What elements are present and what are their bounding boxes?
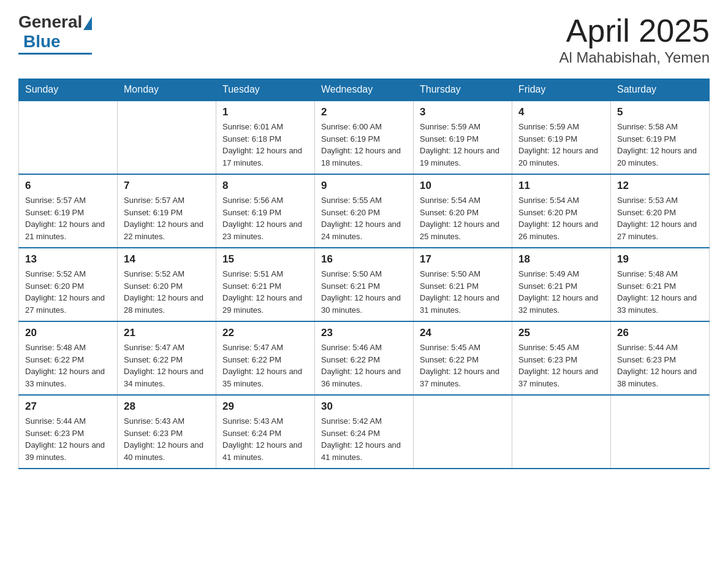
- page-subtitle: Al Mahabishah, Yemen: [559, 49, 710, 66]
- day-number: 4: [518, 106, 604, 118]
- calendar-cell: 6Sunrise: 5:57 AMSunset: 6:19 PMDaylight…: [19, 174, 118, 248]
- calendar-week-row: 6Sunrise: 5:57 AMSunset: 6:19 PMDaylight…: [19, 174, 710, 248]
- day-number: 2: [321, 106, 407, 118]
- calendar-week-row: 13Sunrise: 5:52 AMSunset: 6:20 PMDayligh…: [19, 248, 710, 321]
- day-number: 20: [25, 327, 111, 339]
- calendar-cell: 23Sunrise: 5:46 AMSunset: 6:22 PMDayligh…: [315, 321, 414, 395]
- calendar-cell: 26Sunrise: 5:44 AMSunset: 6:23 PMDayligh…: [611, 321, 710, 395]
- calendar-cell: [19, 101, 118, 174]
- day-info: Sunrise: 6:01 AMSunset: 6:18 PMDaylight:…: [222, 121, 308, 169]
- calendar-cell: [414, 395, 512, 469]
- day-number: 6: [25, 180, 111, 192]
- page-title: April 2025: [559, 12, 710, 49]
- day-number: 5: [617, 106, 703, 118]
- day-info: Sunrise: 5:47 AMSunset: 6:22 PMDaylight:…: [124, 342, 210, 389]
- logo-general-text: General: [18, 12, 82, 32]
- calendar-cell: 24Sunrise: 5:45 AMSunset: 6:22 PMDayligh…: [414, 321, 512, 395]
- calendar-cell: 2Sunrise: 6:00 AMSunset: 6:19 PMDaylight…: [315, 101, 414, 174]
- calendar-day-header: Saturday: [611, 79, 710, 101]
- day-number: 26: [617, 327, 703, 339]
- day-number: 11: [518, 180, 604, 192]
- day-number: 29: [222, 400, 308, 413]
- day-number: 27: [25, 400, 111, 413]
- day-info: Sunrise: 5:52 AMSunset: 6:20 PMDaylight:…: [124, 268, 210, 316]
- day-info: Sunrise: 5:54 AMSunset: 6:20 PMDaylight:…: [420, 194, 506, 242]
- calendar-cell: [118, 101, 216, 174]
- calendar-body: 1Sunrise: 6:01 AMSunset: 6:18 PMDaylight…: [19, 101, 710, 469]
- calendar-table: SundayMondayTuesdayWednesdayThursdayFrid…: [18, 79, 710, 469]
- calendar-cell: [611, 395, 710, 469]
- day-number: 16: [321, 253, 407, 266]
- day-info: Sunrise: 5:59 AMSunset: 6:19 PMDaylight:…: [420, 121, 506, 169]
- logo-blue-text: Blue: [23, 32, 61, 52]
- day-number: 17: [420, 253, 506, 266]
- calendar-cell: 20Sunrise: 5:48 AMSunset: 6:22 PMDayligh…: [19, 321, 118, 395]
- day-info: Sunrise: 5:48 AMSunset: 6:21 PMDaylight:…: [617, 268, 703, 316]
- day-info: Sunrise: 5:50 AMSunset: 6:21 PMDaylight:…: [321, 268, 407, 316]
- day-info: Sunrise: 5:46 AMSunset: 6:22 PMDaylight:…: [321, 342, 407, 389]
- calendar-cell: 9Sunrise: 5:55 AMSunset: 6:20 PMDaylight…: [315, 174, 414, 248]
- calendar-cell: 25Sunrise: 5:45 AMSunset: 6:23 PMDayligh…: [512, 321, 611, 395]
- calendar-cell: 18Sunrise: 5:49 AMSunset: 6:21 PMDayligh…: [512, 248, 611, 321]
- day-info: Sunrise: 5:50 AMSunset: 6:21 PMDaylight:…: [420, 268, 506, 316]
- calendar-week-row: 20Sunrise: 5:48 AMSunset: 6:22 PMDayligh…: [19, 321, 710, 395]
- calendar-cell: [512, 395, 611, 469]
- day-info: Sunrise: 5:44 AMSunset: 6:23 PMDaylight:…: [617, 342, 703, 389]
- calendar-cell: 12Sunrise: 5:53 AMSunset: 6:20 PMDayligh…: [611, 174, 710, 248]
- calendar-cell: 16Sunrise: 5:50 AMSunset: 6:21 PMDayligh…: [315, 248, 414, 321]
- calendar-cell: 30Sunrise: 5:42 AMSunset: 6:24 PMDayligh…: [315, 395, 414, 469]
- day-number: 19: [617, 253, 703, 266]
- calendar-cell: 19Sunrise: 5:48 AMSunset: 6:21 PMDayligh…: [611, 248, 710, 321]
- day-info: Sunrise: 5:59 AMSunset: 6:19 PMDaylight:…: [518, 121, 604, 169]
- calendar-cell: 28Sunrise: 5:43 AMSunset: 6:23 PMDayligh…: [118, 395, 216, 469]
- day-number: 23: [321, 327, 407, 339]
- calendar-week-row: 1Sunrise: 6:01 AMSunset: 6:18 PMDaylight…: [19, 101, 710, 174]
- logo-triangle-icon: [83, 17, 92, 30]
- day-info: Sunrise: 5:49 AMSunset: 6:21 PMDaylight:…: [518, 268, 604, 316]
- day-info: Sunrise: 5:52 AMSunset: 6:20 PMDaylight:…: [25, 268, 111, 316]
- day-info: Sunrise: 5:56 AMSunset: 6:19 PMDaylight:…: [222, 194, 308, 242]
- day-info: Sunrise: 5:47 AMSunset: 6:22 PMDaylight:…: [222, 342, 308, 389]
- calendar-cell: 13Sunrise: 5:52 AMSunset: 6:20 PMDayligh…: [19, 248, 118, 321]
- day-info: Sunrise: 5:45 AMSunset: 6:22 PMDaylight:…: [420, 342, 506, 389]
- day-info: Sunrise: 5:55 AMSunset: 6:20 PMDaylight:…: [321, 194, 407, 242]
- calendar-cell: 7Sunrise: 5:57 AMSunset: 6:19 PMDaylight…: [118, 174, 216, 248]
- calendar-cell: 22Sunrise: 5:47 AMSunset: 6:22 PMDayligh…: [216, 321, 315, 395]
- title-block: April 2025 Al Mahabishah, Yemen: [559, 12, 710, 66]
- day-number: 7: [124, 180, 210, 192]
- day-number: 15: [222, 253, 308, 266]
- calendar-week-row: 27Sunrise: 5:44 AMSunset: 6:23 PMDayligh…: [19, 395, 710, 469]
- page-header: General Blue April 2025 Al Mahabishah, Y…: [18, 12, 710, 66]
- day-info: Sunrise: 5:53 AMSunset: 6:20 PMDaylight:…: [617, 194, 703, 242]
- calendar-cell: 5Sunrise: 5:58 AMSunset: 6:19 PMDaylight…: [611, 101, 710, 174]
- day-info: Sunrise: 5:43 AMSunset: 6:24 PMDaylight:…: [222, 415, 308, 463]
- calendar-cell: 4Sunrise: 5:59 AMSunset: 6:19 PMDaylight…: [512, 101, 611, 174]
- calendar-cell: 11Sunrise: 5:54 AMSunset: 6:20 PMDayligh…: [512, 174, 611, 248]
- calendar-day-header: Friday: [512, 79, 611, 101]
- day-number: 25: [518, 327, 604, 339]
- day-number: 1: [222, 106, 308, 118]
- day-number: 28: [124, 400, 210, 413]
- day-info: Sunrise: 5:57 AMSunset: 6:19 PMDaylight:…: [25, 194, 111, 242]
- calendar-cell: 27Sunrise: 5:44 AMSunset: 6:23 PMDayligh…: [19, 395, 118, 469]
- calendar-cell: 8Sunrise: 5:56 AMSunset: 6:19 PMDaylight…: [216, 174, 315, 248]
- calendar-day-header: Tuesday: [216, 79, 315, 101]
- calendar-header-row: SundayMondayTuesdayWednesdayThursdayFrid…: [19, 79, 710, 101]
- calendar-cell: 3Sunrise: 5:59 AMSunset: 6:19 PMDaylight…: [414, 101, 512, 174]
- logo: General Blue: [18, 12, 92, 55]
- day-info: Sunrise: 5:57 AMSunset: 6:19 PMDaylight:…: [124, 194, 210, 242]
- day-info: Sunrise: 6:00 AMSunset: 6:19 PMDaylight:…: [321, 121, 407, 169]
- day-info: Sunrise: 5:43 AMSunset: 6:23 PMDaylight:…: [124, 415, 210, 463]
- calendar-cell: 21Sunrise: 5:47 AMSunset: 6:22 PMDayligh…: [118, 321, 216, 395]
- day-number: 9: [321, 180, 407, 192]
- day-number: 24: [420, 327, 506, 339]
- day-number: 18: [518, 253, 604, 266]
- day-info: Sunrise: 5:48 AMSunset: 6:22 PMDaylight:…: [25, 342, 111, 389]
- day-number: 3: [420, 106, 506, 118]
- calendar-cell: 1Sunrise: 6:01 AMSunset: 6:18 PMDaylight…: [216, 101, 315, 174]
- day-info: Sunrise: 5:54 AMSunset: 6:20 PMDaylight:…: [518, 194, 604, 242]
- calendar-day-header: Thursday: [414, 79, 512, 101]
- day-number: 22: [222, 327, 308, 339]
- calendar-cell: 29Sunrise: 5:43 AMSunset: 6:24 PMDayligh…: [216, 395, 315, 469]
- calendar-cell: 14Sunrise: 5:52 AMSunset: 6:20 PMDayligh…: [118, 248, 216, 321]
